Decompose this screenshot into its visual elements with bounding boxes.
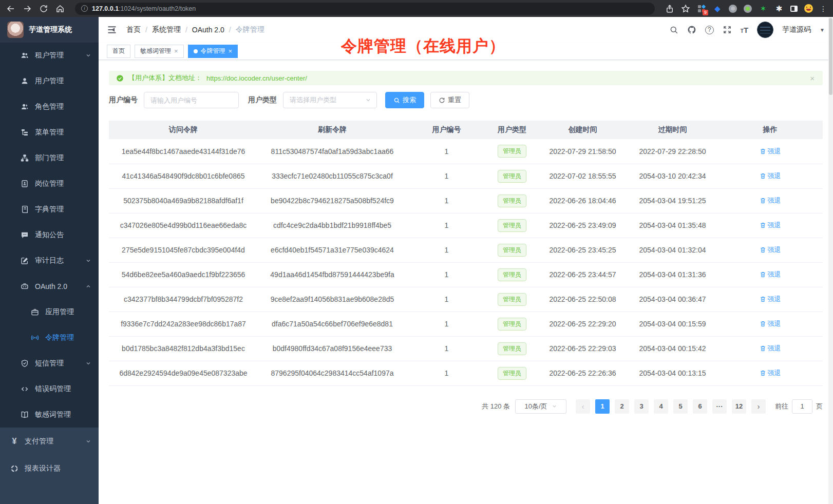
navbar-actions: ? TT 芋道源码 ▼ [669,22,825,38]
sidebar-item-post[interactable]: 岗位管理 [0,171,99,197]
chevron-up-icon [85,283,91,289]
address-bar[interactable]: i 127.0.0.1:1024/system/oauth2/token [75,3,655,15]
breadcrumb-system[interactable]: 系统管理 [152,25,181,34]
extension-star-icon[interactable]: ✶ [759,4,768,13]
alert-link[interactable]: https://doc.iocoder.cn/user-center/ [206,74,307,82]
page-button-6[interactable]: 6 [693,399,707,414]
sidebar-item-menu[interactable]: 菜单管理 [0,120,99,145]
profile-avatar-icon[interactable] [804,4,813,13]
alert-close-icon[interactable]: × [810,74,815,83]
sidebar-item-oauth-apps[interactable]: 应用管理 [0,299,99,325]
sidebar-item-dept[interactable]: 部门管理 [0,145,99,171]
force-logout-button[interactable]: 强退 [760,295,781,304]
force-logout-button[interactable]: 强退 [760,319,781,328]
extension-diamond-icon[interactable]: ◆ [713,4,722,13]
user-id-input[interactable] [144,92,239,108]
close-icon[interactable]: × [229,47,233,55]
forward-icon[interactable] [23,4,32,13]
browser-actions: 9 ◆ ⊛ ✶ ✱ ⋮ [665,4,827,13]
extension-puzzle-icon[interactable]: ✱ [774,4,784,13]
force-logout-button[interactable]: 强退 [760,221,781,230]
user-type-select[interactable]: 请选择用户类型 [283,92,377,108]
user-avatar[interactable] [757,22,773,38]
help-icon[interactable]: ? [705,26,714,34]
page-button-1[interactable]: 1 [595,399,610,414]
sidebar-item-report[interactable]: 报表设计器 [0,455,99,482]
page-button-2[interactable]: 2 [615,399,629,414]
sidebar-item-audit[interactable]: 审计日志 [0,248,99,274]
search-icon[interactable] [669,25,678,34]
sidebar-item-user[interactable]: 用户管理 [0,68,99,94]
font-size-icon[interactable]: TT [741,26,748,34]
scrollbar-thumb[interactable] [829,18,832,95]
fullscreen-icon[interactable] [723,25,732,34]
extension-grid-icon[interactable]: 9 [697,4,706,13]
force-logout-button[interactable]: 强退 [760,147,781,156]
trash-icon [760,246,766,253]
breadcrumb-oauth[interactable]: OAuth 2.0 [192,26,224,34]
back-icon[interactable] [6,4,15,13]
page-button-12[interactable]: 12 [732,399,746,414]
page-scrollbar[interactable] [828,17,833,504]
next-page-button[interactable]: › [751,399,766,414]
force-logout-button[interactable]: 强退 [760,245,781,255]
sidebar-item-dict[interactable]: 字典管理 [0,197,99,222]
sidepanel-icon[interactable] [790,6,798,12]
sidebar-item-label: 菜单管理 [35,128,64,137]
page-size-select[interactable]: 10条/页 [515,399,566,414]
dict-book-icon [21,205,29,214]
breadcrumb-home[interactable]: 首页 [126,25,141,34]
col-user-type: 用户类型 [486,121,538,139]
sidebar-item-notice[interactable]: 通知公告 [0,222,99,248]
app-logo[interactable]: 芋道管理系统 [0,17,99,43]
force-logout-button[interactable]: 强退 [760,171,781,181]
share-icon[interactable] [665,4,674,13]
tab-sensitive[interactable]: 敏感词管理× [135,45,184,58]
force-logout-button[interactable]: 强退 [760,369,781,378]
page-button-5[interactable]: 5 [673,399,688,414]
sidebar-item-oauth-token[interactable]: 令牌管理 [0,325,99,351]
collapse-sidebar-icon[interactable] [107,25,117,35]
page-button-4[interactable]: 4 [654,399,668,414]
tab-home[interactable]: 首页 [107,45,130,58]
dept-icon [21,154,29,162]
sidebar-item-label: 角色管理 [35,102,64,111]
bookmark-star-icon[interactable] [681,4,690,13]
site-info-icon[interactable]: i [81,5,88,12]
goto-page-input[interactable] [792,399,812,414]
force-logout-button[interactable]: 强退 [760,344,781,353]
reload-icon[interactable] [39,4,48,13]
prev-page-button[interactable]: ‹ [576,399,590,414]
sidebar-item-oauth[interactable]: OAuth 2.0 [0,274,99,299]
page-ellipsis[interactable]: ··· [712,399,727,414]
user-menu-caret-icon[interactable]: ▼ [820,27,825,33]
sidebar-item-pay[interactable]: ¥ 支付管理 [0,428,99,455]
menu-tree-icon [21,128,29,137]
trash-icon [760,197,766,204]
table-header-row: 访问令牌 刷新令牌 用户编号 用户类型 创建时间 过期时间 操作 [109,121,823,139]
sidebar-item-sms[interactable]: 短信管理 [0,351,99,376]
home-icon[interactable] [55,4,65,13]
force-logout-button[interactable]: 强退 [760,196,781,205]
col-expires: 过期时间 [628,121,717,139]
post-badge-icon [21,180,29,188]
sidebar-item-tenant[interactable]: 租户管理 [0,43,99,68]
doc-alert: 【用户体系】文档地址： https://doc.iocoder.cn/user-… [109,71,823,85]
extension-greendot-icon[interactable] [744,5,752,13]
sidebar-item-errorcode[interactable]: 错误码管理 [0,376,99,402]
search-button[interactable]: 搜索 [385,92,424,108]
sidebar-item-role[interactable]: 角色管理 [0,94,99,120]
app-title: 芋道管理系统 [29,25,72,34]
tab-token[interactable]: 令牌管理× [188,45,238,58]
github-icon[interactable] [687,25,696,34]
force-logout-button[interactable]: 强退 [760,270,781,279]
username[interactable]: 芋道源码 [782,25,811,34]
trash-icon [760,320,766,327]
browser-menu-icon[interactable]: ⋮ [820,5,827,13]
page-button-3[interactable]: 3 [634,399,649,414]
extension-circle-icon[interactable]: ⊛ [729,5,737,13]
token-table: 访问令牌 刷新令牌 用户编号 用户类型 创建时间 过期时间 操作 1ea5e44… [109,121,823,386]
sidebar-item-sensitive[interactable]: 敏感词管理 [0,402,99,428]
close-icon[interactable]: × [174,47,178,55]
reset-button[interactable]: 重置 [430,92,469,108]
